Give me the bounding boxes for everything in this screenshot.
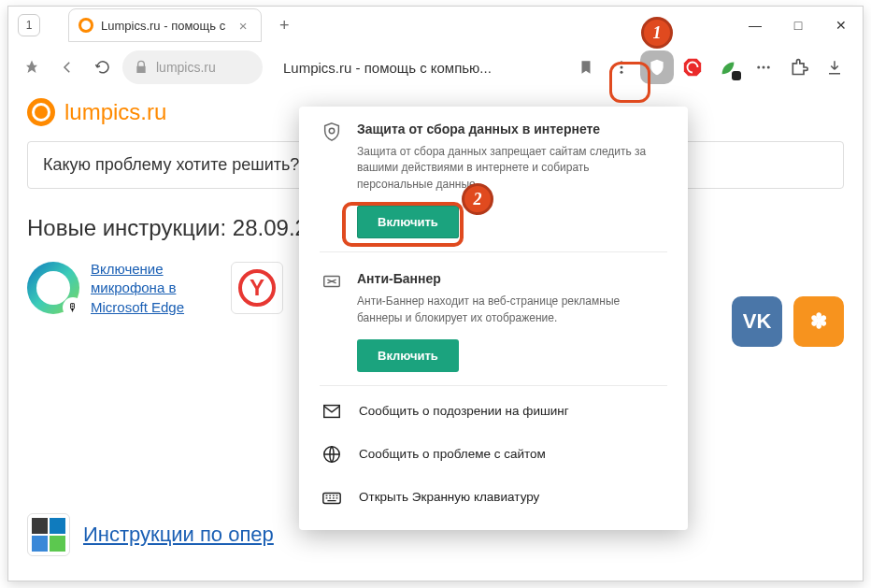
article-card[interactable]: 🎙 Включение микрофона в Microsoft Edge	[27, 260, 212, 317]
callout-marker-2: 2	[462, 183, 493, 215]
svg-point-3	[757, 66, 760, 69]
kaspersky-popup: Защита от сбора данных в интернете Защит…	[299, 107, 688, 530]
ops-link[interactable]: Инструкции по опер	[83, 523, 274, 547]
social-buttons: VK ✽	[732, 296, 844, 347]
divider	[320, 385, 667, 386]
tab-close-button[interactable]: ×	[235, 18, 251, 34]
report-site-label: Сообщить о проблеме с сайтом	[359, 447, 546, 461]
active-tab[interactable]: Lumpics.ru - помощь с ×	[68, 8, 262, 42]
keyboard-icon	[320, 487, 344, 508]
section-anti-banner: Анти-Баннер Анти-Баннер находит на веб-с…	[299, 256, 688, 381]
svg-point-6	[329, 128, 335, 134]
svg-point-5	[767, 66, 770, 69]
brand-text: lumpics.ru	[64, 99, 166, 125]
enable-tracking-button[interactable]: Включить	[357, 206, 459, 238]
reload-button[interactable]	[87, 51, 119, 83]
stop-icon	[682, 57, 703, 78]
url-domain: lumpics.ru	[156, 60, 216, 75]
globe-alert-icon	[320, 444, 344, 465]
dots-horizontal-icon	[755, 59, 772, 76]
badge-dot	[732, 71, 741, 80]
extension-leaf-button[interactable]	[711, 50, 745, 84]
mic-icon: 🎙	[63, 297, 83, 318]
shield-outline-icon	[320, 122, 344, 238]
yandex-browser-card[interactable]: Y	[231, 262, 283, 314]
report-phishing-row[interactable]: Сообщить о подозрении на фишинг	[299, 390, 688, 433]
favicon-icon	[79, 18, 93, 33]
adblock-button[interactable]	[676, 50, 709, 84]
bookmark-icon	[578, 59, 594, 76]
ops-row[interactable]: Инструкции по опер	[27, 513, 274, 556]
open-keyboard-label: Открыть Экранную клавиатуру	[359, 490, 539, 504]
envelope-icon	[320, 401, 344, 422]
back-button[interactable]	[51, 51, 83, 83]
back-icon	[59, 59, 76, 76]
svg-point-2	[621, 71, 623, 74]
section-tracking-protection: Защита от сбора данных в интернете Защит…	[299, 107, 688, 248]
downloads-button[interactable]	[818, 50, 851, 84]
minimize-button[interactable]: —	[734, 7, 777, 44]
banner-block-icon	[320, 271, 344, 372]
reload-icon	[94, 59, 111, 76]
maximize-button[interactable]: □	[777, 7, 820, 44]
tab-title: Lumpics.ru - помощь с	[101, 19, 225, 33]
yandex-button[interactable]	[16, 51, 48, 83]
dots-vertical-icon	[613, 59, 630, 76]
lock-icon	[134, 60, 149, 75]
open-keyboard-row[interactable]: Открыть Экранную клавиатуру	[299, 476, 688, 519]
callout-marker-1: 1	[641, 17, 673, 49]
close-window-button[interactable]: ✕	[820, 7, 863, 44]
more-dots-button[interactable]	[747, 50, 780, 84]
page-title-addr: Lumpics.ru - помощь с компью...	[283, 60, 492, 76]
address-bar: lumpics.ru Lumpics.ru - помощь с компью.…	[8, 44, 863, 91]
svg-point-4	[763, 66, 765, 69]
report-phishing-label: Сообщить о подозрении на фишинг	[359, 404, 569, 418]
new-tab-button[interactable]: +	[271, 12, 297, 38]
kaspersky-shield-button[interactable]	[640, 50, 674, 84]
toolbar-right	[569, 50, 851, 84]
puzzle-icon	[790, 58, 808, 77]
bookmark-button[interactable]	[569, 50, 603, 84]
tracking-title: Защита от сбора данных в интернете	[357, 122, 667, 136]
extensions-button[interactable]	[782, 50, 816, 84]
article-link[interactable]: Включение микрофона в Microsoft Edge	[91, 260, 212, 317]
svg-point-0	[621, 61, 623, 64]
report-site-row[interactable]: Сообщить о проблеме с сайтом	[299, 433, 688, 476]
os-grid-icon	[27, 513, 70, 556]
svg-point-1	[621, 66, 623, 69]
tab-bar: 1 Lumpics.ru - помощь с × + — □ ✕	[8, 7, 863, 44]
tab-count-badge[interactable]: 1	[18, 14, 40, 36]
antibanner-title: Анти-Баннер	[357, 271, 667, 286]
ok-button[interactable]: ✽	[793, 296, 844, 347]
tracking-desc: Защита от сбора данных запрещает сайтам …	[357, 144, 667, 193]
brand-logo-icon	[27, 98, 55, 126]
divider	[320, 251, 667, 252]
enable-antibanner-button[interactable]: Включить	[357, 339, 459, 372]
yandex-logo-icon: Y	[238, 269, 276, 307]
overflow-dots-button[interactable]	[605, 50, 638, 84]
window-controls: — □ ✕	[734, 7, 863, 44]
vk-button[interactable]: VK	[732, 296, 782, 347]
yandex-icon	[23, 59, 40, 76]
edge-icon: 🎙	[27, 262, 79, 314]
download-icon	[826, 59, 843, 76]
url-field[interactable]: lumpics.ru	[122, 50, 263, 84]
antibanner-desc: Анти-Баннер находит на веб-странице рекл…	[357, 294, 667, 326]
shield-icon	[648, 58, 666, 77]
